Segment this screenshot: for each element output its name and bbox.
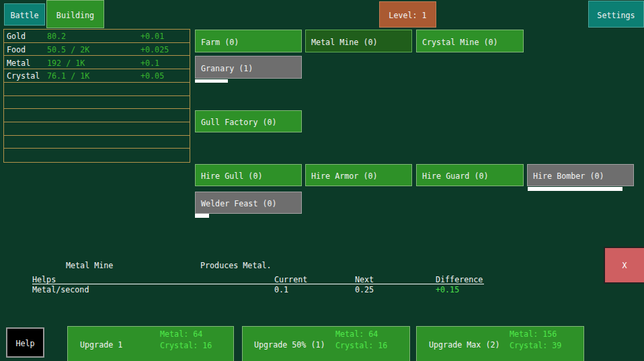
resource-name: Food: [7, 45, 26, 54]
info-row-name: Metal/second: [32, 286, 89, 294]
info-col-helps: Helps: [32, 276, 56, 284]
hire-guard-button[interactable]: Hire Guard (0): [416, 164, 524, 186]
hire-gull-button[interactable]: Hire Gull (0): [195, 164, 302, 186]
info-title: Metal Mine: [66, 262, 113, 270]
info-col-difference: Difference: [436, 276, 483, 284]
upgrade-label: Upgrade 1: [80, 341, 122, 349]
resource-rate: +0.05: [140, 72, 164, 81]
resource-row-empty: [4, 109, 190, 122]
info-row-next: 0.25: [355, 286, 374, 294]
upgrade-label: Upgrade Max (2): [429, 341, 500, 349]
resource-name: Crystal: [7, 72, 40, 81]
resource-value: 76.1 / 1K: [47, 72, 89, 81]
upgrade-label: Upgrade 50% (1): [254, 341, 325, 349]
upgrade-crystal-cost: Crystal: 16: [335, 342, 387, 350]
resource-row-empty: [4, 83, 190, 96]
resource-row-food: Food 50.5 / 2K +0.025: [4, 43, 190, 56]
info-row-difference: +0.15: [436, 286, 459, 294]
resource-row-gold: Gold 80.2 +0.01: [4, 30, 190, 43]
upgrade-1-button[interactable]: Upgrade 1 Metal: 64 Crystal: 16: [67, 326, 234, 361]
resource-name: Metal: [7, 58, 30, 68]
info-row-current: 0.1: [274, 286, 288, 294]
resource-row-empty: [4, 149, 190, 162]
info-header-underline: [32, 284, 484, 284]
resource-value: 192 / 1K: [47, 58, 85, 68]
upgrade-metal-cost: Metal: 64: [335, 330, 378, 339]
upgrade-50-button[interactable]: Upgrade 50% (1) Metal: 64 Crystal: 16: [242, 326, 410, 361]
building-granary-button[interactable]: Granary (1): [195, 56, 302, 79]
resource-row-empty: [4, 96, 190, 110]
building-crystal-mine-button[interactable]: Crystal Mine (0): [416, 30, 524, 52]
resource-name: Gold: [7, 32, 26, 41]
help-button[interactable]: Help: [6, 327, 44, 358]
building-farm-button[interactable]: Farm (0): [195, 30, 302, 52]
resource-table: Gold 80.2 +0.01 Food 50.5 / 2K +0.025 Me…: [3, 29, 190, 163]
tab-building[interactable]: Building: [46, 0, 104, 28]
resource-row-metal: Metal 192 / 1K +0.1: [4, 56, 190, 69]
resource-row-empty: [4, 136, 190, 149]
welder-feast-button[interactable]: Welder Feast (0): [195, 192, 302, 214]
upgrade-crystal-cost: Crystal: 16: [160, 342, 212, 350]
welder-feast-progress-bar: [195, 214, 302, 218]
upgrade-metal-cost: Metal: 156: [510, 330, 557, 339]
level-button[interactable]: Level: 1: [379, 1, 436, 28]
resource-rate: +0.025: [140, 45, 169, 54]
settings-button[interactable]: Settings: [588, 1, 644, 28]
info-col-current: Current: [274, 276, 307, 284]
resource-rate: +0.01: [140, 32, 164, 41]
close-button[interactable]: X: [604, 247, 644, 284]
upgrade-metal-cost: Metal: 64: [160, 330, 202, 339]
upgrade-max-button[interactable]: Upgrade Max (2) Metal: 156 Crystal: 39: [416, 326, 584, 361]
granary-progress-bar: [195, 79, 302, 83]
info-description: Produces Metal.: [200, 262, 272, 270]
resource-rate: +0.1: [140, 58, 159, 68]
resource-value: 80.2: [47, 32, 66, 41]
info-col-next: Next: [355, 276, 374, 284]
hire-bomber-button[interactable]: Hire Bomber (0): [527, 164, 634, 186]
resource-row-crystal: Crystal 76.1 / 1K +0.05: [4, 69, 190, 83]
hire-bomber-progress-bar: [528, 187, 634, 191]
resource-row-empty: [4, 122, 190, 136]
resource-value: 50.5 / 2K: [47, 45, 89, 54]
building-metal-mine-button[interactable]: Metal Mine (0): [305, 30, 412, 52]
building-gull-factory-button[interactable]: Gull Factory (0): [195, 110, 302, 132]
hire-armor-button[interactable]: Hire Armor (0): [305, 164, 412, 186]
tab-battle[interactable]: Battle: [4, 3, 45, 26]
upgrade-crystal-cost: Crystal: 39: [510, 342, 561, 350]
